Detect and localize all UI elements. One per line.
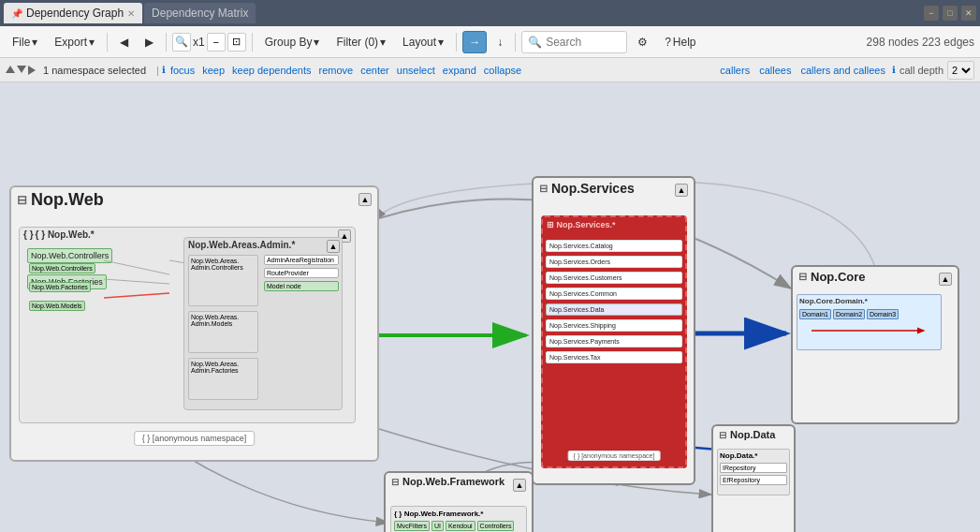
node-count: 298 nodes 223 edges xyxy=(867,36,974,49)
zoom-out-btn[interactable]: − xyxy=(207,33,226,52)
ab-sep-0: | xyxy=(156,65,159,76)
nav-back[interactable]: ◀ xyxy=(113,31,135,53)
call-controls: callers callees callers and callees ℹ ca… xyxy=(717,61,974,80)
collapse-link[interactable]: collapse xyxy=(481,65,524,76)
nop-framework-expand[interactable]: ▲ xyxy=(513,479,526,492)
sep-1 xyxy=(107,33,108,52)
nop-core-expand[interactable]: ▲ xyxy=(939,273,952,286)
info-icon: ℹ xyxy=(162,65,166,75)
nop-data-icon: ⊟ xyxy=(719,430,726,440)
help-btn[interactable]: ? Help xyxy=(658,31,702,53)
nav-triangles xyxy=(6,66,36,75)
nop-web-star-box[interactable]: { } { } Nop.Web.* ▲ Nop.Web.Controllers … xyxy=(19,227,356,423)
services-anon: { } [anonymous namespace] xyxy=(568,451,661,461)
export-label: Export xyxy=(54,36,87,49)
nop-core-inner: Nop.Core.Domain.* Domain1 Domain2 Domain… xyxy=(793,290,958,354)
call-depth-label: call depth xyxy=(900,65,943,76)
admin-models-box[interactable]: Nop.Web.Areas.Admin.Models xyxy=(188,311,258,353)
window-restore[interactable]: □ xyxy=(943,6,958,21)
tab-dependency-graph[interactable]: 📌 Dependency Graph ✕ xyxy=(4,3,142,23)
nop-services-expand[interactable]: ▲ xyxy=(675,184,688,197)
areas-admin-expand[interactable]: ▲ xyxy=(327,240,340,253)
nop-web-title: Nop.Web xyxy=(31,190,104,210)
callers-callees-link[interactable]: callers and callees xyxy=(797,65,888,76)
sep-3 xyxy=(252,33,253,52)
nop-services-box[interactable]: ⊟ Nop.Services ▲ ⊞ Nop.Services.* Nop.Se… xyxy=(532,176,695,485)
help-icon: ? xyxy=(665,36,671,49)
call-depth-select[interactable]: 2 1 3 xyxy=(947,61,974,80)
admin-factories-box[interactable]: Nop.Web.Areas.Admin.Factories xyxy=(188,358,258,400)
filter-label: Filter (0) xyxy=(336,36,378,49)
zoom-in-btn[interactable]: 🔍 xyxy=(172,33,191,52)
window-close[interactable]: ✕ xyxy=(961,6,976,21)
nop-web-star-label: { } Nop.Web.* xyxy=(36,229,95,240)
search-box[interactable]: 🔍 xyxy=(521,31,627,53)
action-bar: 1 namespace selected | ℹ focus keep keep… xyxy=(0,58,980,82)
focus-link[interactable]: focus xyxy=(168,65,197,76)
nop-framework-inner: { } Nop.Web.Framework.* MvcFilters UI Ke… xyxy=(390,506,527,532)
layout-menu[interactable]: Layout ▾ xyxy=(396,31,450,53)
nop-data-box[interactable]: ⊟ Nop.Data Nop.Data.* IRepository EfRepo… xyxy=(711,424,796,532)
file-menu[interactable]: File ▾ xyxy=(6,31,44,53)
callees-link[interactable]: callees xyxy=(756,65,794,76)
nop-web-header: ⊟ Nop.Web xyxy=(11,187,377,213)
group-by-chevron: ▾ xyxy=(314,36,319,49)
tri-up[interactable] xyxy=(6,66,15,73)
green-nodes-cluster: Nop.Web.Controllers Nop.Web.Factories No… xyxy=(27,246,149,321)
admin-controllers-box[interactable]: Nop.Web.Areas.Admin.Controllers xyxy=(188,255,258,306)
down-arrow-btn[interactable]: ↓ xyxy=(490,31,509,53)
nav-forward[interactable]: ▶ xyxy=(139,31,160,53)
forward-arrow-btn[interactable]: → xyxy=(462,31,487,53)
title-bar-controls: − □ ✕ xyxy=(924,6,976,21)
areas-admin-header: Nop.Web.Areas.Admin.* xyxy=(184,238,342,252)
tab-dep-graph-close[interactable]: ✕ xyxy=(127,8,135,19)
nop-data-inner: Nop.Data.* IRepository EfRepository xyxy=(713,445,794,499)
nop-web-expand[interactable]: ▲ xyxy=(358,193,372,206)
tri-right[interactable] xyxy=(28,66,36,75)
sep-4 xyxy=(456,33,457,52)
nop-web-icon: ⊟ xyxy=(17,193,27,207)
areas-admin-box[interactable]: Nop.Web.Areas.Admin.* ▲ Nop.Web.Areas.Ad… xyxy=(183,237,343,410)
keep-link[interactable]: keep xyxy=(199,65,227,76)
settings-btn[interactable]: ⚙ xyxy=(631,31,654,53)
zoom-fit-btn[interactable]: ⊡ xyxy=(227,33,246,52)
forward-icon: ▶ xyxy=(145,36,154,49)
nop-services-icon: ⊟ xyxy=(539,183,548,195)
nop-data-title: Nop.Data xyxy=(730,429,775,440)
nop-framework-icon: ⊟ xyxy=(391,477,399,487)
nop-framework-header: ⊟ Nop.Web.Framework xyxy=(386,473,532,490)
settings-icon: ⚙ xyxy=(637,36,648,49)
nop-core-box[interactable]: ⊟ Nop.Core ▲ Nop.Core.Domain.* Domain1 D… xyxy=(791,265,959,424)
nop-services-inner[interactable]: ⊞ Nop.Services.* Nop.Services.Catalog No… xyxy=(541,215,687,468)
forward-arrow-icon: → xyxy=(469,36,480,49)
layout-label: Layout xyxy=(402,36,436,49)
anon-ns: { } [anonymous namespace] xyxy=(134,431,256,446)
nop-framework-box[interactable]: ⊟ Nop.Web.Framework ▲ { } Nop.Web.Framew… xyxy=(384,471,534,532)
remove-link[interactable]: remove xyxy=(316,65,357,76)
filter-menu[interactable]: Filter (0) ▾ xyxy=(329,31,392,53)
admin-right-nodes: AdminAreaRegistration RouteProvider Mode… xyxy=(264,255,339,400)
nop-services-header: ⊟ Nop.Services xyxy=(534,178,694,199)
nop-web-box[interactable]: ⊟ Nop.Web ▲ { } { } Nop.Web.* ▲ Nop.Web.… xyxy=(9,185,379,462)
search-icon: 🔍 xyxy=(528,36,542,49)
unselect-link[interactable]: unselect xyxy=(394,65,438,76)
window-minimize[interactable]: − xyxy=(924,6,939,21)
services-data-box[interactable]: Nop.Services.Data xyxy=(546,303,682,316)
search-input[interactable] xyxy=(546,36,621,49)
help-label: Help xyxy=(673,36,696,49)
nop-core-header: ⊟ Nop.Core xyxy=(793,267,958,287)
group-by-menu[interactable]: Group By ▾ xyxy=(258,31,327,53)
expand-link[interactable]: expand xyxy=(440,65,479,76)
tab-dep-matrix-label: Dependency Matrix xyxy=(152,7,248,20)
nop-core-title: Nop.Core xyxy=(811,270,866,284)
keep-dependents-link[interactable]: keep dependents xyxy=(229,65,314,76)
file-chevron: ▾ xyxy=(32,36,37,49)
tri-down[interactable] xyxy=(17,66,26,73)
nop-services-title: Nop.Services xyxy=(551,181,635,196)
export-menu[interactable]: Export ▾ xyxy=(48,31,101,53)
tab-dependency-matrix[interactable]: Dependency Matrix xyxy=(144,3,256,23)
center-link[interactable]: center xyxy=(358,65,392,76)
title-bar: 📌 Dependency Graph ✕ Dependency Matrix −… xyxy=(0,0,980,26)
callers-link[interactable]: callers xyxy=(717,65,753,76)
group-by-label: Group By xyxy=(265,36,313,49)
